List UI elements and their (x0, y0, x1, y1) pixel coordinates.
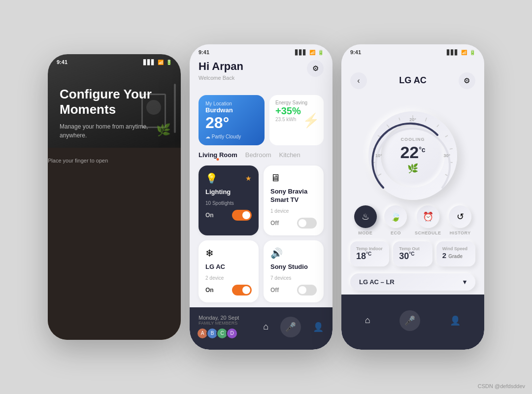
dropdown-row: LG AC – LR ▾ (341, 269, 484, 295)
mic-button-2[interactable]: 🎤 (280, 317, 301, 337)
weather-city: Burdwan (205, 106, 258, 114)
studio-icon: 🔊 (270, 247, 317, 259)
svg-line-3 (378, 135, 380, 137)
svg-line-7 (425, 118, 427, 122)
signal-icon: ▋▋▋ (143, 60, 155, 65)
wifi-icon-2: 📶 (309, 50, 315, 55)
studio-toggle[interactable] (297, 285, 317, 296)
status-icons-3: ▋▋▋ 📶 🔋 (447, 50, 475, 55)
profile-nav-icon-3[interactable]: 👤 (450, 315, 461, 326)
tab-kitchen[interactable]: Kitchen (279, 151, 300, 161)
star-icon: ★ (245, 174, 252, 182)
studio-sub: 7 devices (270, 275, 317, 281)
home-nav-icon[interactable]: ⌂ (263, 322, 268, 332)
dropdown-label: LG AC – LR (359, 278, 395, 286)
device-card-tv: 🖥 Sony Bravia Smart TV 1 device Off (264, 165, 324, 235)
energy-label: Energy Saving (275, 100, 318, 105)
device-card-ac: ❄ LG AC 2 device On (199, 240, 259, 302)
mode-label-history: HISTORY (450, 230, 471, 235)
mode-btn-schedule[interactable]: ⏰ SCHEDULE (415, 205, 441, 235)
history-icon: ↺ (449, 205, 471, 228)
ac-name: LG AC (205, 263, 252, 271)
mode-label-mode: MODE (358, 230, 372, 235)
dial-outer[interactable]: 20° 10° 30° COOLING 22°c 🌿 (368, 111, 457, 200)
thermostat-area: 20° 10° 30° COOLING 22°c 🌿 (341, 106, 484, 202)
tv-name: Sony Bravia Smart TV (270, 188, 317, 204)
lighting-sub: 10 Spotlights (205, 200, 252, 206)
time-2: 9:41 (199, 49, 209, 55)
weather-temp: 28° (205, 114, 258, 132)
bottom-bar-2: Monday, 20 Sept FAMILY MEMBERS A B C D ⌂… (190, 307, 332, 350)
plant-decor: 🌿 (156, 123, 171, 137)
weather-condition: ☁ Partly Cloudy (205, 134, 258, 139)
wifi-icon: 📶 (158, 60, 164, 65)
svg-line-4 (387, 125, 389, 128)
profile-nav-icon[interactable]: 👤 (313, 322, 324, 332)
studio-name: Sony Studio (270, 263, 317, 271)
svg-line-0 (378, 174, 381, 176)
ac-zone-dropdown[interactable]: LG AC – LR ▾ (350, 273, 475, 291)
settings-button[interactable]: ⚙ (307, 60, 324, 77)
mode-label-schedule: SCHEDULE (415, 230, 441, 235)
indoor-label: Temp Indoor (356, 246, 383, 251)
schedule-icon: ⏰ (417, 205, 439, 228)
lightning-icon: ⚡ (302, 112, 320, 129)
dial-label-left: 10° (375, 153, 382, 158)
dial-label-right: 30° (443, 153, 450, 158)
back-button[interactable]: ‹ (350, 72, 367, 89)
tv-icon: 🖥 (270, 172, 317, 184)
battery-icon-2: 🔋 (318, 50, 324, 55)
devices-grid: 💡 ★ Lighting 10 Spotlights On 🖥 (190, 165, 332, 302)
mode-btn-eco[interactable]: 🍃 ECO (384, 205, 407, 235)
lighting-name: Lighting (205, 188, 252, 197)
studio-state: Off (270, 287, 279, 294)
welcome-text: Welcome Back (199, 75, 234, 81)
lighting-icon: 💡 (205, 172, 218, 184)
stat-card-wind: Wind Speed 2 Grade (436, 241, 475, 266)
family-members: A B C D (199, 328, 239, 339)
wall-rod (174, 84, 176, 133)
tv-toggle[interactable] (297, 218, 317, 229)
lighting-toggle[interactable] (232, 210, 252, 221)
ac-settings-button[interactable]: ⚙ (459, 72, 475, 89)
stats-row: Temp Indoor 18°C Temp Out 30°C Wind Spee… (341, 238, 484, 269)
energy-card: Energy Saving +35% 23.5 kWh ⚡ (269, 95, 324, 145)
ac-title: LG AC (399, 75, 426, 86)
family-label: FAMILY MEMBERS (199, 321, 239, 326)
ac-sub: 2 device (205, 275, 252, 281)
ac-toggle-row: On (205, 285, 252, 296)
battery-icon: 🔋 (166, 60, 172, 65)
device-card-studio: 🔊 Sony Studio 7 devices Off (264, 240, 324, 302)
ac-toggle[interactable] (232, 285, 252, 296)
signal-icon-2: ▋▋▋ (295, 50, 307, 55)
wind-label: Wind Speed (442, 246, 469, 251)
header-3: ‹ LG AC ⚙ (341, 57, 484, 106)
mode-btn-mode[interactable]: ♨ MODE (354, 205, 377, 235)
header-2: Hi Arpan Welcome Back ⚙ (190, 57, 332, 95)
greeting-text: Hi Arpan (199, 60, 243, 73)
ac-icon: ❄ (205, 247, 252, 259)
studio-toggle-knob (299, 286, 306, 294)
tab-living-room[interactable]: Living Room (199, 151, 237, 161)
eco-icon: 🍃 (384, 205, 407, 228)
weather-row: My Location Burdwan 28° ☁ Partly Cloudy … (190, 95, 332, 151)
time-1: 9:41 (57, 59, 67, 65)
bottom-bar-left: Monday, 20 Sept FAMILY MEMBERS A B C D (199, 315, 239, 339)
dial-label-top: 20° (409, 117, 416, 122)
avatar-4: D (226, 328, 238, 339)
nav-icons-2: ⌂ 🎤 👤 (263, 317, 324, 337)
wifi-icon-3: 📶 (461, 50, 467, 55)
mode-btn-history[interactable]: ↺ HISTORY (449, 205, 471, 235)
status-bar-2: 9:41 ▋▋▋ 📶 🔋 (190, 44, 332, 57)
status-bar-1: 9:41 ▋▋▋ 📶 🔋 (48, 54, 181, 67)
wind-value: 2 Grade (442, 251, 469, 260)
fingerprint-hint: Place your finger to open (48, 158, 181, 340)
indoor-value: 18°C (356, 251, 383, 262)
ac-toggle-knob (242, 286, 250, 294)
fingerprint-area: Place your finger to open 👆 (48, 148, 181, 340)
mic-button-3[interactable]: 🎤 (399, 310, 420, 331)
chevron-down-icon: ▾ (463, 278, 466, 286)
home-nav-icon-3[interactable]: ⌂ (365, 315, 370, 326)
tab-bedroom[interactable]: Bedroom (245, 151, 271, 161)
header-name: Hi Arpan Welcome Back (199, 60, 243, 82)
